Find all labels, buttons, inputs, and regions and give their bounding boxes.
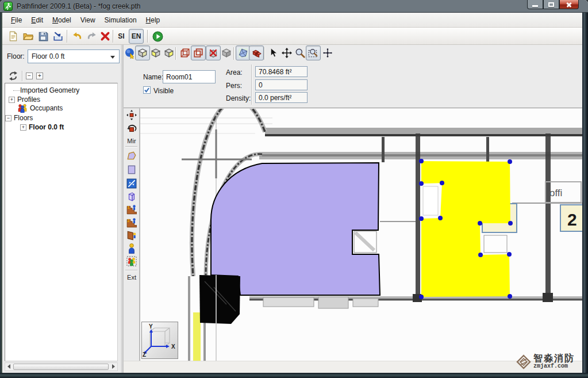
tree-item-floor-0[interactable]: +Floor 0.0 ft <box>20 123 64 132</box>
door-icon <box>126 178 137 189</box>
save-button[interactable] <box>36 29 51 44</box>
cursor-icon <box>269 48 278 58</box>
show-objects-button[interactable] <box>249 45 264 60</box>
menu-simulation[interactable]: Simulation <box>101 14 141 26</box>
status-bar <box>124 361 582 373</box>
window-title: Pathfinder 2009.1 (Beta) - *fog creek.pt… <box>17 2 140 10</box>
redo-icon <box>87 31 97 41</box>
undo-button[interactable] <box>70 29 84 44</box>
door-tool[interactable] <box>125 177 138 190</box>
room-name-input[interactable]: Room01 <box>163 70 216 83</box>
expand-all-button[interactable]: + <box>36 72 43 79</box>
maximize-button[interactable] <box>543 0 559 9</box>
watermark-name: 智淼消防 <box>533 354 575 363</box>
maximize-icon <box>548 2 554 7</box>
svg-text:1: 1 <box>127 205 130 210</box>
model-tree[interactable]: Imported Geometry +Profiles Occupants −F… <box>5 83 118 361</box>
import-image-icon <box>53 31 63 41</box>
mirror-tool[interactable]: Mir <box>124 138 140 144</box>
minimize-button[interactable] <box>527 0 543 9</box>
obstruction-box-icon <box>126 192 137 202</box>
stairs-one-point-tool[interactable]: 1 <box>125 203 138 216</box>
add-occupant-group-tool[interactable] <box>125 255 138 268</box>
import-button[interactable] <box>51 29 66 44</box>
chevron-down-icon <box>110 56 115 59</box>
app-icon <box>3 2 13 11</box>
open-button[interactable] <box>21 29 36 44</box>
visible-checkbox[interactable] <box>143 86 151 94</box>
stairs-icon: 2 <box>126 217 137 228</box>
floor-dropdown[interactable]: Floor 0.0 ft <box>28 49 120 63</box>
bg-wall <box>416 133 420 299</box>
axis-x-label: X <box>171 343 175 350</box>
watermark-url: zmjaxf.com <box>533 363 575 369</box>
check-icon <box>144 87 150 93</box>
collapse-icon[interactable]: − <box>5 115 11 121</box>
rotate-object-tool[interactable] <box>125 123 138 135</box>
solid-geometry-button[interactable] <box>219 45 234 60</box>
tree-horizontal-scrollbar[interactable] <box>5 362 118 371</box>
watermark: 智淼消防 zmjaxf.com <box>516 354 575 369</box>
minimize-icon <box>532 5 538 7</box>
snap-point-tool-button[interactable] <box>320 45 335 60</box>
bg-office-text: offi <box>549 188 562 198</box>
tree-item-imported-geometry[interactable]: Imported Geometry <box>13 86 79 95</box>
axis-z-label: Z <box>143 352 146 358</box>
units-en-button[interactable]: EN <box>129 29 144 44</box>
ramp-tool[interactable] <box>125 229 138 242</box>
menu-view[interactable]: View <box>76 14 99 26</box>
tree-item-floors[interactable]: −Floors <box>5 113 33 123</box>
rectangle-room-icon <box>126 165 137 175</box>
run-simulation-button[interactable] <box>150 29 165 44</box>
floor-dropdown-value: Floor 0.0 ft <box>32 52 64 60</box>
tool-palette: Mir 1 2 <box>124 108 140 361</box>
scroll-left-icon[interactable] <box>7 364 10 369</box>
new-button[interactable] <box>6 29 21 44</box>
obstruction-tool[interactable] <box>125 190 138 203</box>
room-polygon[interactable] <box>211 163 380 295</box>
view-side-button[interactable] <box>162 45 176 60</box>
outline-button[interactable] <box>191 45 206 60</box>
collapse-all-button[interactable]: − <box>26 72 33 79</box>
scroll-right-icon[interactable] <box>112 364 115 369</box>
name-label: Name: <box>143 73 163 81</box>
units-si-button[interactable]: SI <box>115 29 128 44</box>
window-border-right <box>582 13 588 373</box>
zoom-box-tool-button[interactable] <box>306 45 321 60</box>
polygon-room-tool[interactable] <box>125 150 138 162</box>
expand-icon[interactable]: + <box>20 124 26 131</box>
new-file-icon <box>8 31 18 41</box>
axis-orientation-widget: Y X Z <box>141 322 178 359</box>
bg-door-number: 2 <box>567 210 577 229</box>
close-icon <box>566 2 572 7</box>
separator <box>125 146 137 147</box>
save-floppy-icon <box>38 31 48 41</box>
expand-icon[interactable]: + <box>9 97 15 103</box>
floorplan-canvas[interactable]: offi 2 <box>140 109 582 361</box>
rotate-object-icon <box>126 124 137 134</box>
menu-file[interactable]: File <box>7 14 26 26</box>
room-property-panel: Name: Room01 Visible Area: 70.8468 ft² P… <box>124 62 582 108</box>
menu-edit[interactable]: Edit <box>27 14 47 26</box>
tree-item-profiles[interactable]: +Profiles <box>9 95 40 104</box>
pathfinder-window: { "window": { "title": "Pathfinder 2009.… <box>0 0 588 378</box>
swap-view-icon[interactable] <box>8 71 18 81</box>
menu-model[interactable]: Model <box>48 14 75 26</box>
window-border-left <box>0 13 2 373</box>
delete-button[interactable] <box>98 29 113 44</box>
bg-wall <box>545 133 551 302</box>
run-play-icon <box>152 31 163 42</box>
floorplan-drawing: offi 2 <box>140 109 582 361</box>
tree-item-occupants[interactable]: Occupants <box>18 104 63 113</box>
menubar: File Edit Model View Simulation Help <box>2 13 582 28</box>
add-occupant-tool[interactable] <box>125 242 138 255</box>
stairs-two-point-tool[interactable]: 2 <box>125 216 138 229</box>
extrude-tool[interactable]: Ext <box>124 274 140 281</box>
scrollbar-thumb[interactable] <box>13 364 109 370</box>
close-button[interactable] <box>559 0 579 9</box>
titlebar[interactable]: Pathfinder 2009.1 (Beta) - *fog creek.pt… <box>0 0 588 13</box>
area-value-field: 70.8468 ft² <box>255 66 308 77</box>
move-object-tool[interactable] <box>125 109 138 121</box>
menu-help[interactable]: Help <box>142 14 164 26</box>
rectangle-room-tool[interactable] <box>125 163 138 176</box>
